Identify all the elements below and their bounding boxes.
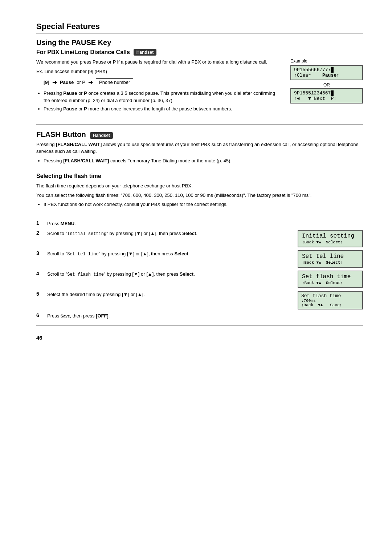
lcd-screen-2: 9P15551234567 ↑◄ ▼=Next P↑ [290,88,363,104]
or-divider: OR [290,82,363,88]
pause-bullet-2: Pressing Pause or P more than once incre… [44,105,279,113]
flash-bullet-1: Pressing [FLASH/CALL WAIT] cancels Tempo… [44,157,363,165]
cursor-1 [331,67,334,73]
step-4-num: 4 [36,271,44,276]
flash-time-intro1: The flash time required depends on your … [36,182,363,190]
lcd-initial-setting: Initial setting ↑Back ▼▲ Select↑ [298,230,363,247]
diagram-pause-label: Pause [60,80,74,85]
lcd-flash-top: Set flash time [302,274,359,280]
lcd-set-flash-time: Set flash time ↑Back ▼▲ Select↑ [298,271,363,288]
diagram-arrow1: ➔ [52,79,57,86]
pause-left-content: We recommend you press Pause or P if a p… [36,58,279,116]
lcd-initial-bottom: ↑Back ▼▲ Select↑ [302,240,359,244]
diagram-nine: [9] [44,80,49,85]
lcd-s-line3: ↑Back ▼▲ Save↑ [301,303,359,307]
lcd-flash-time-select: Set flash time :700ms ↑Back ▼▲ Save↑ [298,291,363,309]
diagram-arrow2: ➔ [88,79,93,86]
pause-content: We recommend you press Pause or P if a p… [36,58,363,116]
step-3-screen: Set tel line ↑Back ▼▲ Select↑ [298,250,363,268]
step-2-screen: Initial setting ↑Back ▼▲ Select↑ [298,230,363,247]
flash-time-bullet-1: If PBX functions do not work correctly, … [44,201,363,208]
page-title: Special Features [36,22,363,33]
step-3-num: 3 [36,250,44,256]
step-4-content: Scroll to "Set flash time" by pressing [… [47,271,294,278]
flash-time-heading: Selecting the flash time [36,173,363,179]
step-2-row: 2 Scroll to "Initial setting" by pressin… [36,230,363,247]
pbx-subheading: For PBX Line/Long Distance Calls Handset [36,49,363,56]
step-3-content: Scroll to "Set tel line" by pressing [▼]… [47,250,294,258]
lcd-tel-bottom: ↑Back ▼▲ Select↑ [302,260,359,265]
cursor-2 [331,90,334,96]
divider-steps-bottom [36,325,363,326]
step-5-screen: Set flash time :700ms ↑Back ▼▲ Save↑ [298,291,363,309]
lcd2-line1: 9P15551234567 [294,90,359,96]
step-1-content: Press MENU. [47,220,363,227]
step-2-num: 2 [36,230,44,236]
step-6-content: Press Save, then press [OFF]. [47,312,363,320]
lcd-s-line2: :700ms [301,299,359,303]
flash-button-section: FLASH Button Handset Pressing [FLASH/CAL… [36,130,363,165]
flash-bullets: Pressing [FLASH/CALL WAIT] cancels Tempo… [44,157,363,165]
step-6-row: 6 Press Save, then press [OFF]. [36,312,363,320]
example-label: Example [290,58,363,64]
pbx-subheading-text: For PBX Line/Long Distance Calls [36,49,130,56]
pause-example-label: Ex. Line access number [9] (PBX) [36,68,279,75]
lcd-s-line1: Set flash time [301,293,359,299]
pause-key-heading: Using the PAUSE Key [36,39,363,47]
step-5-row: 5 Select the desired time by pressing [▼… [36,291,363,309]
page-number: 46 [36,335,363,341]
lcd1-line2: ↑Clear Pause↑ [294,73,359,78]
lcd-screen-1: 9P15556667777 ↑Clear Pause↑ [290,65,363,80]
pause-right-content: Example 9P15556667777 ↑Clear Pause↑ OR 9… [290,58,363,116]
pause-key-section: Using the PAUSE Key For PBX Line/Long Di… [36,39,363,116]
divider-1 [36,124,363,125]
step-6-num: 6 [36,312,44,318]
pause-intro: We recommend you press Pause or P if a p… [36,58,279,66]
step-3-row: 3 Scroll to "Set tel line" by pressing [… [36,250,363,268]
step-5-content: Select the desired time by pressing [▼] … [47,291,294,298]
lcd-flash-bottom: ↑Back ▼▲ Select↑ [302,281,359,285]
phone-number-box: Phone number [96,78,133,86]
pause-diagram: [9] ➔ Pause or P ➔ Phone number [44,78,279,86]
step-2-content: Scroll to "Initial setting" by pressing … [47,230,294,237]
step-4-row: 4 Scroll to "Set flash time" by pressing… [36,271,363,288]
lcd-initial-top: Initial setting [302,233,359,239]
step-1-num: 1 [36,220,44,226]
step-1-row: 1 Press MENU. [36,220,363,227]
divider-steps-top [36,214,363,214]
flash-heading-text: FLASH Button [36,130,86,138]
flash-time-section: Selecting the flash time The flash time … [36,173,363,326]
step-5-num: 5 [36,291,44,297]
pause-bullets: Pressing Pause or P once creates a 3.5 s… [44,90,279,113]
flash-button-heading: FLASH Button Handset [36,130,363,139]
handset-badge-pause: Handset [134,49,156,56]
flash-intro: Pressing [FLASH/CALL WAIT] allows you to… [36,141,363,155]
pause-bullet-1: Pressing Pause or P once creates a 3.5 s… [44,90,279,104]
step-4-screen: Set flash time ↑Back ▼▲ Select↑ [298,271,363,288]
flash-time-bullets: If PBX functions do not work correctly, … [44,201,363,208]
lcd2-line2: ↑◄ ▼=Next P↑ [294,96,359,101]
flash-time-heading-text: Selecting the flash time [36,173,101,179]
handset-badge-flash: Handset [90,132,113,139]
lcd-set-tel-line: Set tel line ↑Back ▼▲ Select↑ [298,250,363,268]
diagram-or: or P [77,80,85,85]
flash-time-intro2: You can select the following flash times… [36,192,363,199]
lcd1-line1: 9P15556667777 [294,67,359,73]
lcd-tel-top: Set tel line [302,253,359,260]
